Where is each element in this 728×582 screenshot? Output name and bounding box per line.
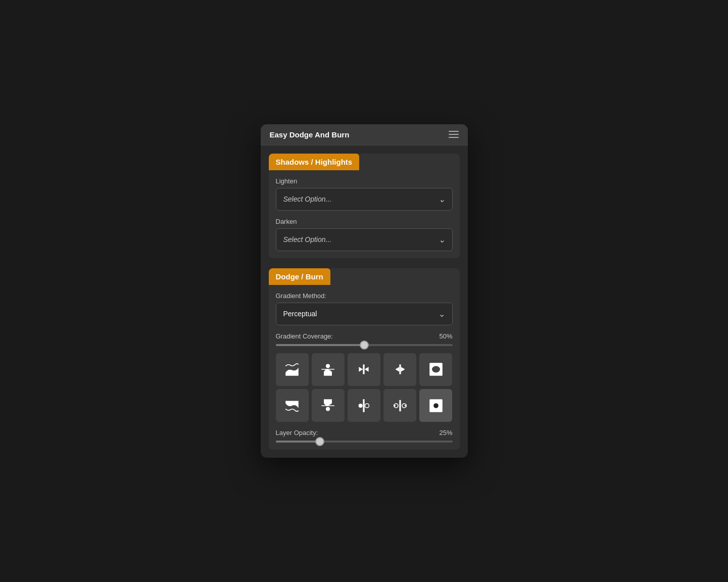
svg-rect-1 (363, 365, 365, 374)
gradient-coverage-track[interactable] (276, 344, 453, 346)
icon-2-svg (320, 361, 336, 377)
dodge-burn-content: Gradient Method: Perceptual ⌄ Gradient C… (269, 285, 460, 450)
icon-8-svg (356, 398, 372, 414)
lighten-select[interactable]: Select Option... ⌄ (276, 188, 453, 211)
gradient-method-select[interactable]: Perceptual ⌄ (276, 303, 453, 325)
lighten-chevron-icon: ⌄ (439, 195, 445, 204)
menu-button[interactable] (449, 131, 459, 138)
icon-btn-10[interactable] (419, 389, 452, 422)
gradient-coverage-row: Gradient Coverage: 50% (276, 332, 453, 346)
title-bar: Easy Dodge And Burn (261, 124, 468, 146)
lighten-field: Lighten Select Option... ⌄ (276, 177, 453, 211)
icon-btn-8[interactable] (348, 389, 380, 422)
darken-label: Darken (276, 218, 453, 225)
icon-10-svg (428, 398, 444, 414)
svg-marker-6 (401, 367, 405, 372)
icon-5-svg (428, 361, 444, 377)
icon-6-svg (284, 398, 300, 414)
darken-chevron-icon: ⌄ (439, 235, 445, 245)
gradient-coverage-label-row: Gradient Coverage: 50% (276, 332, 453, 340)
icon-btn-3[interactable] (348, 353, 380, 386)
icon-1-svg (284, 361, 300, 377)
layer-opacity-label-row: Layer Opacity: 25% (276, 429, 453, 437)
gradient-coverage-value: 50% (439, 332, 452, 340)
darken-select-value: Select Option... (283, 235, 332, 244)
svg-marker-5 (395, 367, 399, 372)
svg-rect-13 (399, 400, 401, 411)
svg-point-19 (433, 403, 439, 408)
icon-btn-4[interactable] (383, 353, 416, 386)
shadows-highlights-section: Shadows / Highlights Lighten Select Opti… (269, 154, 460, 258)
icon-9-svg (392, 398, 408, 414)
icon-btn-2[interactable] (312, 353, 345, 386)
svg-rect-4 (399, 365, 401, 374)
gradient-coverage-fill (276, 344, 364, 346)
svg-rect-10 (363, 399, 365, 412)
lighten-select-value: Select Option... (283, 195, 332, 203)
gradient-coverage-label: Gradient Coverage: (276, 332, 333, 340)
layer-opacity-value: 25% (439, 429, 452, 437)
app-window: Easy Dodge And Burn Shadows / Highlights… (261, 124, 468, 458)
icon-btn-1[interactable] (276, 353, 309, 386)
gradient-method-label: Gradient Method: (276, 292, 453, 300)
lighten-label: Lighten (276, 177, 453, 185)
shadows-highlights-content: Lighten Select Option... ⌄ Darken Select… (269, 170, 460, 258)
app-title: Easy Dodge And Burn (270, 130, 350, 139)
gradient-coverage-thumb[interactable] (360, 341, 369, 350)
svg-point-11 (359, 404, 363, 408)
svg-point-12 (365, 404, 369, 408)
layer-opacity-row: Layer Opacity: 25% (276, 429, 453, 443)
darken-select[interactable]: Select Option... ⌄ (276, 228, 453, 251)
icon-btn-7[interactable] (312, 389, 345, 422)
svg-marker-17 (404, 404, 407, 407)
gradient-method-chevron-icon: ⌄ (439, 309, 445, 319)
darken-field: Darken Select Option... ⌄ (276, 218, 453, 251)
svg-marker-16 (394, 404, 396, 407)
svg-marker-2 (359, 367, 363, 372)
gradient-method-field: Gradient Method: Perceptual ⌄ (276, 292, 453, 325)
layer-opacity-fill (276, 441, 320, 443)
icon-7-svg (320, 398, 336, 414)
svg-marker-3 (365, 367, 369, 372)
layer-opacity-track[interactable] (276, 441, 453, 443)
dodge-burn-header: Dodge / Burn (269, 268, 330, 285)
icon-btn-6[interactable] (276, 389, 309, 422)
icon-grid-top (276, 353, 453, 422)
layer-opacity-thumb[interactable] (315, 437, 324, 446)
shadows-highlights-header: Shadows / Highlights (269, 154, 360, 170)
icon-3-svg (356, 361, 372, 377)
svg-point-9 (326, 407, 330, 411)
svg-point-0 (326, 364, 330, 368)
layer-opacity-label: Layer Opacity: (276, 429, 318, 437)
icon-btn-5[interactable] (419, 353, 452, 386)
gradient-method-value: Perceptual (283, 310, 317, 318)
dodge-burn-section: Dodge / Burn Gradient Method: Perceptual… (269, 268, 460, 450)
svg-point-8 (432, 366, 440, 373)
icon-btn-9[interactable] (383, 389, 416, 422)
icon-4-svg (392, 361, 408, 377)
panel-body: Shadows / Highlights Lighten Select Opti… (261, 146, 468, 458)
